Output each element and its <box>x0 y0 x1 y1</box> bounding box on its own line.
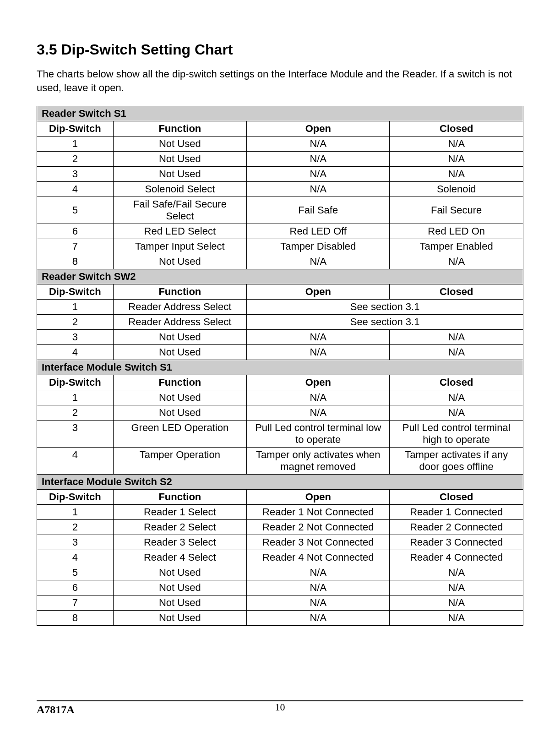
cell-open: N/A <box>247 330 390 345</box>
cell-open: Tamper only activates when magnet remove… <box>247 448 390 475</box>
col-closed-header: Closed <box>390 490 523 505</box>
dip-switch-table: Reader Switch S1 Dip-Switch Function Ope… <box>37 106 523 626</box>
section-title: 3.5 Dip-Switch Setting Chart <box>37 41 523 58</box>
table-row: 3 Not Used N/A N/A <box>37 167 523 182</box>
cell-open: N/A <box>247 405 390 421</box>
cell-open: N/A <box>247 137 390 152</box>
table-row: 4 Tamper Operation Tamper only activates… <box>37 448 523 475</box>
section-header-s1: Reader Switch S1 <box>37 106 523 121</box>
cell-num: 3 <box>37 535 114 550</box>
cell-closed: Reader 1 Connected <box>390 505 523 520</box>
col-func-header: Function <box>113 375 247 390</box>
table-row: 2 Reader Address Select See section 3.1 <box>37 315 523 330</box>
table-row: 1 Reader 1 Select Reader 1 Not Connected… <box>37 505 523 520</box>
table-row: 5 Not Used N/A N/A <box>37 565 523 580</box>
cell-num: 4 <box>37 448 114 475</box>
cell-open: N/A <box>247 152 390 167</box>
cell-num: 3 <box>37 421 114 448</box>
table-row: 5 Fail Safe/Fail Secure Select Fail Safe… <box>37 197 523 224</box>
section-header-ims2: Interface Module Switch S2 <box>37 475 523 490</box>
cell-open: N/A <box>247 345 390 360</box>
cell-closed: Reader 2 Connected <box>390 520 523 535</box>
table-row: 6 Not Used N/A N/A <box>37 580 523 595</box>
cell-open: N/A <box>247 565 390 580</box>
cell-open: Reader 2 Not Connected <box>247 520 390 535</box>
cell-func: Not Used <box>113 390 247 405</box>
cell-open: N/A <box>247 182 390 197</box>
cell-closed: N/A <box>390 595 523 611</box>
cell-func: Not Used <box>113 137 247 152</box>
cell-func: Fail Safe/Fail Secure Select <box>113 197 247 224</box>
table-row: 2 Not Used N/A N/A <box>37 152 523 167</box>
cell-closed: N/A <box>390 345 523 360</box>
table-row: 8 Not Used N/A N/A <box>37 611 523 626</box>
cell-closed: N/A <box>390 330 523 345</box>
cell-num: 6 <box>37 580 114 595</box>
cell-num: 6 <box>37 224 114 239</box>
cell-func: Reader Address Select <box>113 315 247 330</box>
cell-num: 7 <box>37 239 114 254</box>
col-func-header: Function <box>113 121 247 137</box>
table-row: 4 Not Used N/A N/A <box>37 345 523 360</box>
cell-num: 8 <box>37 254 114 269</box>
table-row: 3 Reader 3 Select Reader 3 Not Connected… <box>37 535 523 550</box>
table-row: 7 Not Used N/A N/A <box>37 595 523 611</box>
cell-func: Tamper Input Select <box>113 239 247 254</box>
cell-open: Reader 4 Not Connected <box>247 550 390 565</box>
cell-closed: Solenoid <box>390 182 523 197</box>
col-open-header: Open <box>247 375 390 390</box>
cell-num: 5 <box>37 565 114 580</box>
cell-num: 2 <box>37 152 114 167</box>
cell-func: Not Used <box>113 580 247 595</box>
intro-paragraph: The charts below show all the dip-switch… <box>37 67 523 94</box>
cell-num: 1 <box>37 390 114 405</box>
cell-open: Tamper Disabled <box>247 239 390 254</box>
cell-num: 2 <box>37 315 114 330</box>
cell-num: 3 <box>37 330 114 345</box>
cell-num: 7 <box>37 595 114 611</box>
cell-func: Reader Address Select <box>113 300 247 315</box>
cell-func: Tamper Operation <box>113 448 247 475</box>
footer-doc-id: A7817A <box>37 704 75 716</box>
col-dip-header: Dip-Switch <box>37 121 114 137</box>
cell-num: 5 <box>37 197 114 224</box>
cell-closed: Tamper activates if any door goes offlin… <box>390 448 523 475</box>
col-func-header: Function <box>113 490 247 505</box>
col-open-header: Open <box>247 284 390 300</box>
col-closed-header: Closed <box>390 121 523 137</box>
cell-func: Not Used <box>113 330 247 345</box>
section-header-sw2: Reader Switch SW2 <box>37 269 523 284</box>
col-dip-header: Dip-Switch <box>37 375 114 390</box>
cell-closed: Reader 3 Connected <box>390 535 523 550</box>
cell-num: 4 <box>37 345 114 360</box>
col-open-header: Open <box>247 490 390 505</box>
table-row: 1 Not Used N/A N/A <box>37 137 523 152</box>
cell-closed: Red LED On <box>390 224 523 239</box>
cell-num: 1 <box>37 300 114 315</box>
cell-func: Reader 2 Select <box>113 520 247 535</box>
col-func-header: Function <box>113 284 247 300</box>
cell-open: N/A <box>247 254 390 269</box>
table-row: 6 Red LED Select Red LED Off Red LED On <box>37 224 523 239</box>
cell-open: N/A <box>247 580 390 595</box>
col-open-header: Open <box>247 121 390 137</box>
cell-open: Pull Led control terminal low to operate <box>247 421 390 448</box>
cell-func: Reader 4 Select <box>113 550 247 565</box>
cell-num: 4 <box>37 182 114 197</box>
table-row: 3 Green LED Operation Pull Led control t… <box>37 421 523 448</box>
cell-closed: N/A <box>390 254 523 269</box>
cell-open: Reader 1 Not Connected <box>247 505 390 520</box>
cell-merged: See section 3.1 <box>247 315 523 330</box>
cell-num: 3 <box>37 167 114 182</box>
cell-open: Fail Safe <box>247 197 390 224</box>
cell-merged: See section 3.1 <box>247 300 523 315</box>
table-row: 1 Not Used N/A N/A <box>37 390 523 405</box>
cell-closed: N/A <box>390 137 523 152</box>
cell-open: N/A <box>247 595 390 611</box>
footer-page-number: 10 <box>275 701 285 713</box>
col-closed-header: Closed <box>390 375 523 390</box>
cell-func: Not Used <box>113 254 247 269</box>
cell-closed: Reader 4 Connected <box>390 550 523 565</box>
cell-func: Solenoid Select <box>113 182 247 197</box>
col-dip-header: Dip-Switch <box>37 284 114 300</box>
